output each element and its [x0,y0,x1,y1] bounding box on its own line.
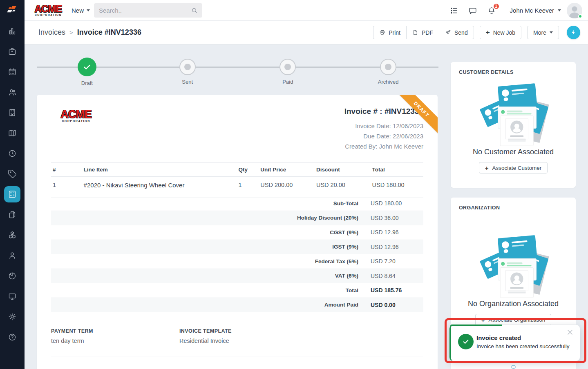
new-dropdown[interactable]: New [72,7,90,14]
column-header: Unit Price [259,163,315,177]
zuper-lightning-logo-icon [6,4,18,17]
plus-icon: + [485,165,489,171]
organization-card: ORGANIZATION No Organization Associated … [451,198,576,331]
invoice-status-stepper: DraftSentPaidArchived [37,53,438,88]
step-circle [380,59,396,75]
no-customer-text: No Customer Associated [451,148,576,156]
stepper-step-paid[interactable]: Paid [267,53,308,88]
sidebar-item-help[interactable] [4,329,20,345]
toast-message: Invoice has been created successfully [476,343,569,349]
step-label: Draft [81,80,93,86]
more-button[interactable]: More [527,26,559,39]
activity-list-button[interactable] [449,5,459,16]
totals-row: Federal Tax (5%)USD 7.20 [51,254,423,269]
user-menu[interactable]: John Mc Keever [510,7,561,14]
sidebar-item-dispatch-board[interactable] [4,288,20,305]
send-button[interactable]: Send [439,26,474,39]
close-icon [566,328,574,336]
company-logo-text: ACME [31,4,66,13]
contact-cards-illustration [478,79,549,148]
toast-title: Invoice created [476,334,521,341]
associate-customer-label: Associate Customer [492,165,541,171]
settings-icon [8,312,17,321]
timesheets-icon [8,149,17,158]
online-status-dot [578,14,582,18]
sidebar-item-pricing[interactable] [4,166,20,182]
search-icon[interactable] [191,7,198,14]
search-input[interactable] [94,7,191,14]
parts-icon [8,231,17,240]
sidebar-item-settings[interactable] [4,309,20,325]
stepper-step-archived[interactable]: Archived [368,53,409,88]
avatar[interactable] [567,3,582,18]
totals-row: Sub-TotalUSD 180.00 [51,196,423,211]
pdf-button[interactable]: PDF [406,26,439,39]
step-circle-complete [78,58,96,76]
page-title: Invoice #INV12336 [77,28,141,37]
table-cell: USD 180.00 [371,177,423,198]
invoice-created-by: Created By: John Mc Keever [344,141,423,151]
sidebar-item-jobs[interactable] [4,43,20,60]
sidebar-item-invoices[interactable] [4,186,20,202]
company-logo: ACME CORPORATION [31,4,66,16]
notifications-button[interactable]: 1 [486,5,497,16]
toast-close-button[interactable] [566,328,574,336]
associate-organization-label: Associate Organization [488,317,545,323]
table-cell: USD 20.00 [315,177,371,198]
map-icon [8,129,17,138]
totals-label: CGST (9%) [51,229,371,236]
table-cell: 1 [51,177,82,198]
chat-icon [468,6,477,15]
organization-card-title: ORGANIZATION [451,198,576,211]
sidebar-nav [0,21,25,347]
app-logo[interactable] [0,0,25,21]
new-job-button[interactable]: + New Job [480,26,521,39]
sidebar-item-customers[interactable] [4,84,20,100]
stepper-step-sent[interactable]: Sent [167,53,208,88]
invoice-company-logo: ACME CORPORATION [58,109,94,122]
quick-actions-fab[interactable] [567,26,580,39]
sidebar-item-parts[interactable] [4,227,20,243]
sidebar-item-map[interactable] [4,125,20,141]
invoice-card: ACME CORPORATION Invoice # : #INV12336 I… [37,95,438,369]
sidebar-item-reports[interactable] [4,268,20,284]
calendar-icon [8,67,17,76]
totals-label: VAT (6%) [51,273,371,279]
totals-value: USD 7.20 [371,258,423,265]
chat-button[interactable] [467,5,478,16]
step-label: Archived [378,79,399,85]
toast-notification: Invoice created Invoice has been created… [449,325,580,361]
stepper-steps: DraftSentPaidArchived [37,53,438,88]
lightning-icon [570,29,577,36]
chevron-down-icon [558,9,561,11]
new-dropdown-label: New [72,7,84,14]
sidebar-item-quotes[interactable] [4,207,20,223]
totals-row: Holiday Discount (20%)USD 36.00 [51,211,423,226]
sidebar-item-calendar[interactable] [4,64,20,80]
breadcrumb: Invoices > Invoice #INV12336 [38,28,141,37]
file-pdf-icon [412,29,418,36]
payment-term-value: ten day term [51,338,93,344]
sidebar-item-timesheets[interactable] [4,145,20,162]
contact-cards-illustration [478,231,549,300]
pricing-icon [8,169,17,178]
associate-customer-button[interactable]: + Associate Customer [479,162,548,173]
check-icon [83,62,92,71]
totals-value: USD 36.00 [371,215,423,221]
sidebar-item-dashboard[interactable] [4,23,20,39]
next-card-partial [451,361,576,369]
totals-row: CGST (9%)USD 12.96 [51,225,423,240]
table-cell: #2020 - Nikavi Steering Wheel Cover [82,177,237,198]
header-actions: Print PDF Send + New Job More [373,26,580,39]
invoices-icon [8,190,17,199]
sidebar-item-organizations[interactable] [4,104,20,121]
associate-organization-button[interactable]: + Associate Organization [475,314,552,325]
print-button[interactable]: Print [373,26,406,39]
sidebar-item-users[interactable] [4,247,20,264]
stepper-step-draft[interactable]: Draft [67,53,107,88]
totals-row: VAT (6%)USD 8.64 [51,269,423,284]
invoice-number: Invoice # : #INV12336 [344,107,423,116]
payment-term-block: PAYMENT TERM ten day term [51,328,93,344]
toast-progress-bar [450,325,502,326]
breadcrumb-invoices-link[interactable]: Invoices [38,28,65,37]
